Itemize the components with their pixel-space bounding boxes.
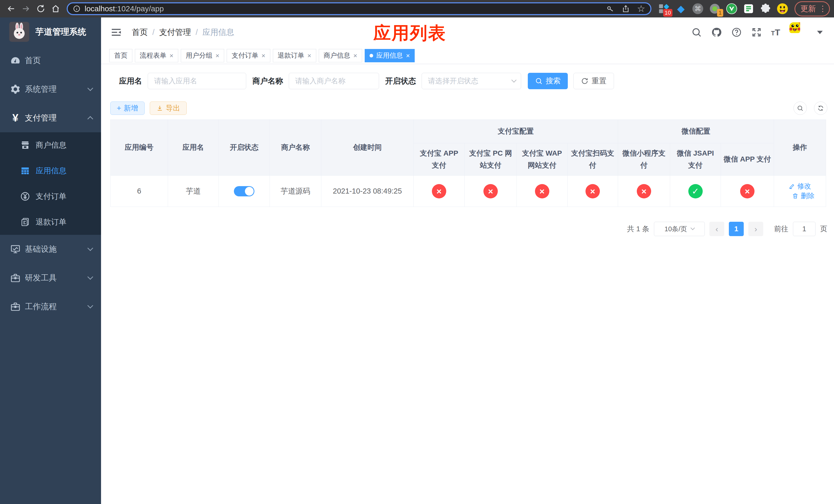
breadcrumb-pay[interactable]: 支付管理 [159,27,191,38]
close-icon[interactable]: × [261,52,265,59]
browser-update-button[interactable]: 更新 ⋮ [794,1,830,17]
tab-pay-orders[interactable]: 支付订单× [227,49,270,62]
sidebar-item-pay-orders[interactable]: 支付订单 [0,184,101,209]
sidebar-collapse-button[interactable] [110,26,122,38]
sidebar-item-refund-orders[interactable]: 退款订单 [0,209,101,235]
search-button-label: 搜索 [546,76,561,86]
tab-user-group[interactable]: 用户分组× [181,49,224,62]
plus-icon: + [117,104,121,112]
extension-notes-icon[interactable] [743,3,754,15]
help-icon[interactable] [731,27,742,38]
status-cell: × [637,184,651,199]
prev-page-button[interactable]: ‹ [709,222,724,236]
fullscreen-icon[interactable] [751,27,762,38]
apps-table: 应用编号 应用名 开启状态 商户名称 创建时间 支付宝配置 微信配置 操作 支付… [110,119,826,207]
next-page-button[interactable]: › [748,222,763,236]
grid-icon [20,165,30,177]
sidebar-item-merchant-info[interactable]: 商户信息 [0,132,101,158]
refresh-table-button[interactable] [814,101,827,115]
extension-command-icon[interactable]: ⌘ [692,3,704,15]
reset-button[interactable]: 重置 [573,73,614,89]
export-button[interactable]: 导出 [150,101,187,115]
sidebar-item-system[interactable]: 系统管理 [0,75,101,104]
extensions-puzzle-icon[interactable] [760,3,771,15]
enabled-switch[interactable] [234,186,255,197]
share-icon[interactable] [622,5,630,13]
breadcrumb-home[interactable]: 首页 [132,27,148,38]
font-size-icon[interactable]: TT [771,27,780,38]
cell-merchant: 芋道源码 [270,176,321,207]
add-button[interactable]: + 新增 [110,101,145,115]
tab-process-form[interactable]: 流程表单× [135,49,178,62]
tab-app-info[interactable]: 应用信息× [365,49,415,62]
close-icon[interactable]: × [170,52,173,59]
search-icon[interactable] [691,27,702,38]
yen-circle-icon [20,190,30,202]
merchant-name-input[interactable] [289,73,379,89]
current-page-button[interactable]: 1 [729,222,744,236]
browser-menu-dots-icon[interactable]: ⋮ [819,6,827,11]
col-alipay-qr: 支付宝扫码支付 [568,143,618,176]
browser-reload-button[interactable] [34,2,48,16]
chevron-down-icon [87,303,93,308]
page-size-value: 10条/页 [664,225,687,233]
sidebar-item-devtools[interactable]: 研发工具 [0,264,101,292]
sidebar-item-home[interactable]: 首页 [0,46,101,75]
goto-page-input[interactable] [793,222,815,236]
browser-home-button[interactable] [49,2,63,16]
logo-rabbit-image [9,22,29,42]
cell-created: 2021-10-23 08:49:25 [321,176,414,207]
cell-app-id: 6 [111,176,168,207]
delete-link[interactable]: 删除 [792,191,814,201]
reset-button-label: 重置 [592,76,607,86]
tab-merchant-info[interactable]: 商户信息× [319,49,362,62]
cell-status [219,176,270,207]
bookmark-star-icon[interactable]: ☆ [637,4,645,13]
close-icon[interactable]: × [307,52,311,59]
github-icon[interactable] [711,27,722,38]
close-icon[interactable]: × [215,52,219,59]
address-bar[interactable]: localhost:1024/pay/app ☆ [67,2,652,15]
navbar: 首页 / 支付管理 / 应用信息 应用列表 TT [101,18,834,47]
cell-app-name: 芋道 [168,176,219,207]
sidebar-item-label: 支付订单 [36,191,92,202]
tab-home[interactable]: 首页 [109,49,132,62]
search-button[interactable]: 搜索 [528,73,568,89]
extension-status-icon[interactable]: 1 [709,3,721,15]
extension-blocks-icon[interactable]: 10 [658,3,670,15]
caret-down-icon[interactable] [817,31,823,34]
extension-vue-devtools-icon[interactable] [726,3,738,15]
site-info-icon[interactable] [73,5,81,13]
tab-refund-orders[interactable]: 退款订单× [273,49,316,62]
navbar-icons: TT [691,22,823,42]
status-cell: × [740,184,754,199]
page-content: 应用名 商户名称 开启状态 请选择开启状态 搜索 重置 [101,64,834,504]
toggle-search-button[interactable] [793,101,807,115]
page-size-select[interactable]: 10条/页 [654,222,705,236]
edit-link[interactable]: 修改 [789,182,811,191]
user-avatar[interactable] [789,22,809,42]
col-actions: 操作 [774,120,826,176]
status-select[interactable]: 请选择开启状态 [422,73,521,89]
password-key-icon[interactable] [606,5,614,13]
sidebar-item-label: 系统管理 [25,84,88,95]
group-wechat-config: 微信配置 [618,120,774,143]
sidebar-item-app-info[interactable]: 应用信息 [0,158,101,184]
sidebar-item-infra[interactable]: 基础设施 [0,235,101,264]
app-name-input[interactable] [148,73,246,89]
chevron-down-icon [690,226,695,230]
close-icon[interactable]: × [406,52,410,59]
sidebar-item-pay[interactable]: ¥ 支付管理 [0,104,101,132]
browser-back-button[interactable] [4,2,18,16]
extension-badge: 10 [663,9,673,17]
close-icon[interactable]: × [353,52,357,59]
sidebar-item-workflow[interactable]: 工作流程 [0,292,101,321]
profile-emoji-avatar[interactable] [776,3,788,15]
chevron-up-icon [87,116,93,122]
app-name-label: 应用名 [119,76,142,86]
browser-forward-button[interactable] [19,2,33,16]
extension-diamond-icon[interactable]: ◆ [675,3,687,15]
export-button-label: 导出 [166,103,180,113]
pay-submenu: 商户信息 应用信息 支付订单 退款订单 [0,132,101,235]
cell-wx-app: × [721,176,774,207]
